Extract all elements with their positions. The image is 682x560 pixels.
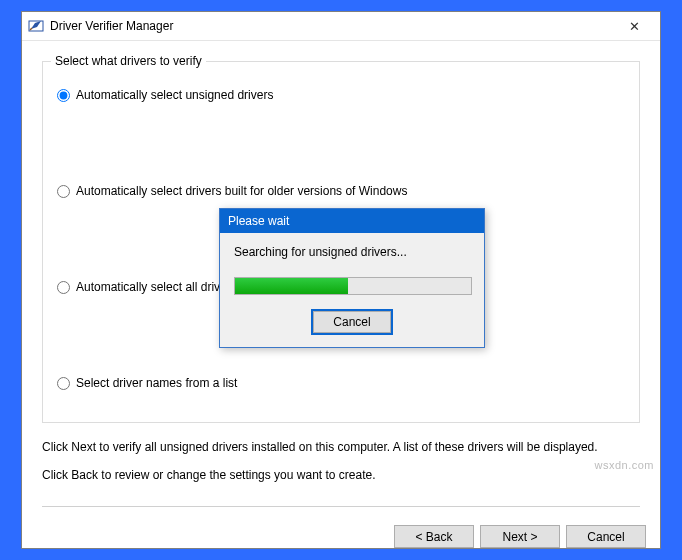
main-window: Driver Verifier Manager ✕ Select what dr… [21,11,661,549]
next-button[interactable]: Next > [480,525,560,548]
radio-auto-older-input[interactable] [57,185,70,198]
progress-dialog: Please wait Searching for unsigned drive… [219,208,485,348]
radio-from-list-label: Select driver names from a list [76,376,237,390]
dialog-message: Searching for unsigned drivers... [234,245,470,259]
dialog-button-row: Cancel [234,311,470,333]
progress-fill [235,278,348,294]
dialog-body: Searching for unsigned drivers... Cancel [220,233,484,347]
cancel-button[interactable]: Cancel [566,525,646,548]
radio-from-list[interactable]: Select driver names from a list [57,376,625,390]
hint-line-2: Click Back to review or change the setti… [42,465,640,487]
radio-auto-older[interactable]: Automatically select drivers built for o… [57,184,625,198]
hint-text: Click Next to verify all unsigned driver… [42,437,640,486]
radio-auto-unsigned-input[interactable] [57,89,70,102]
titlebar: Driver Verifier Manager ✕ [22,12,660,41]
radio-auto-unsigned[interactable]: Automatically select unsigned drivers [57,88,625,102]
group-label: Select what drivers to verify [51,54,206,68]
dialog-cancel-button[interactable]: Cancel [313,311,391,333]
window-title: Driver Verifier Manager [50,19,614,33]
progress-bar [234,277,472,295]
radio-from-list-input[interactable] [57,377,70,390]
separator [42,506,640,507]
dialog-title: Please wait [220,209,484,233]
radio-auto-older-label: Automatically select drivers built for o… [76,184,407,198]
close-button[interactable]: ✕ [614,12,654,40]
hint-line-1: Click Next to verify all unsigned driver… [42,437,640,459]
app-icon [28,18,44,34]
watermark: wsxdn.com [594,459,654,471]
radio-auto-all-input[interactable] [57,281,70,294]
back-button[interactable]: < Back [394,525,474,548]
radio-auto-unsigned-label: Automatically select unsigned drivers [76,88,273,102]
wizard-button-row: < Back Next > Cancel [22,515,660,560]
